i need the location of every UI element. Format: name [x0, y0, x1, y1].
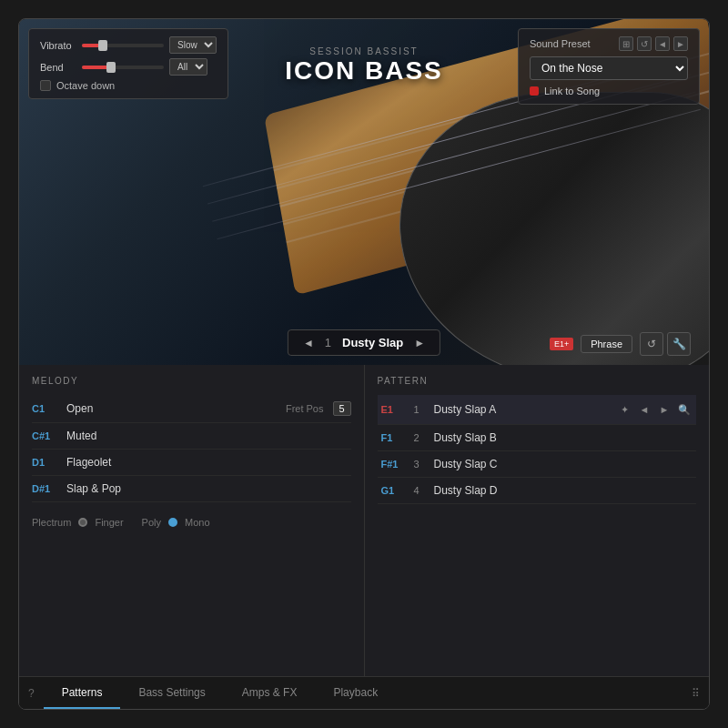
pattern-note-2: F#1	[381, 459, 407, 470]
vibrato-label: Vibrato	[40, 40, 76, 51]
pattern-move-icon[interactable]: ✦	[616, 401, 632, 418]
pattern-name-2: Dusty Slap C	[434, 458, 693, 470]
pattern-item-0[interactable]: E1 1 Dusty Slap A ✦ ◄ ► 🔍	[378, 395, 697, 425]
octave-row: Octave down	[40, 80, 217, 91]
pattern-panel-title: PATTERN	[378, 376, 697, 386]
preset-prev-icon[interactable]: ◄	[655, 36, 670, 51]
app-container: Vibrato Slow Bend A	[18, 18, 710, 710]
pattern-note-3: G1	[381, 485, 407, 496]
melody-name-3: Slap & Pop	[66, 482, 351, 495]
nav-track-name: Dusty Slap	[342, 336, 403, 349]
melody-note-1: C#1	[32, 430, 57, 441]
vibrato-speed-dropdown[interactable]: Slow	[169, 36, 217, 54]
fret-pos-label: Fret Pos	[286, 403, 324, 414]
bend-label: Bend	[40, 62, 76, 73]
panels-row: MELODY C1 Open Fret Pos 5 C#1 Muted D1 F…	[19, 365, 709, 676]
tab-playback[interactable]: Playback	[315, 677, 396, 709]
sound-preset-label: Sound Preset	[530, 38, 591, 49]
preset-refresh-icon[interactable]: ↺	[637, 36, 652, 51]
preset-save-icon[interactable]: ⊞	[619, 36, 633, 51]
melody-item-0: C1 Open Fret Pos 5	[32, 395, 351, 423]
link-to-song-label: Link to Song	[544, 86, 600, 96]
pattern-num-3: 4	[414, 485, 427, 496]
right-controls-panel: Sound Preset ⊞ ↺ ◄ ► On the Nose Link to…	[518, 28, 700, 105]
link-to-song-indicator	[530, 86, 539, 96]
finger-label: Finger	[95, 517, 123, 528]
help-icon[interactable]: ?	[28, 687, 35, 700]
phrase-mode-icons: ↺ 🔧	[640, 332, 691, 356]
phrase-button[interactable]: Phrase	[581, 335, 632, 353]
nav-track-number: 1	[325, 336, 331, 349]
mono-label: Mono	[185, 517, 210, 528]
pattern-search-icon[interactable]: 🔍	[676, 401, 693, 418]
pattern-item-0-icons: ✦ ◄ ► 🔍	[616, 401, 693, 418]
preset-next-icon[interactable]: ►	[673, 36, 688, 51]
bend-slider-thumb	[106, 62, 116, 73]
octave-down-checkbox[interactable]	[40, 80, 51, 91]
pattern-next-icon[interactable]: ►	[656, 401, 672, 418]
nav-right-controls: E1+ Phrase ↺ 🔧	[550, 332, 691, 356]
pattern-prev-icon[interactable]: ◄	[636, 401, 652, 418]
nav-next-arrow[interactable]: ►	[414, 337, 425, 349]
octave-label: Octave down	[56, 80, 115, 91]
top-controls: Vibrato Slow Bend A	[28, 28, 700, 105]
melody-footer: Plectrum Finger Poly Mono	[32, 511, 351, 528]
melody-item-1: C#1 Muted	[32, 423, 351, 450]
plectrum-radio[interactable]	[78, 518, 87, 527]
link-to-song-row: Link to Song	[530, 86, 688, 96]
pattern-item-1[interactable]: F1 2 Dusty Slap B	[378, 425, 697, 451]
vibrato-slider-track[interactable]	[82, 44, 164, 47]
pattern-name-3: Dusty Slap D	[434, 484, 693, 497]
melody-name-0: Open	[66, 402, 277, 415]
pattern-note-0: E1	[381, 404, 407, 415]
tabs-bar: ? Patterns Bass Settings Amps & FX Playb…	[19, 676, 709, 709]
preset-name-dropdown[interactable]: On the Nose	[530, 56, 688, 80]
bend-row: Bend All	[40, 58, 217, 76]
bend-slider-track[interactable]	[82, 66, 164, 69]
bend-mode-dropdown[interactable]: All	[169, 58, 207, 76]
wrench-btn[interactable]: 🔧	[667, 332, 691, 356]
pattern-name-0: Dusty Slap A	[434, 403, 610, 416]
melody-note-0: C1	[32, 403, 57, 414]
bottom-panel: MELODY C1 Open Fret Pos 5 C#1 Muted D1 F…	[19, 365, 709, 709]
melody-note-3: D#1	[32, 483, 57, 494]
nav-prev-arrow[interactable]: ◄	[303, 337, 314, 349]
e1-badge: E1+	[550, 338, 573, 350]
fret-value-0[interactable]: 5	[333, 401, 351, 416]
track-nav-bar: ◄ 1 Dusty Slap ►	[288, 329, 440, 356]
app-title: ICON BASS	[285, 56, 443, 86]
preset-icons: ⊞ ↺ ◄ ►	[619, 36, 688, 51]
center-title: SESSION BASSIST ICON BASS	[285, 46, 443, 86]
melody-item-3: D#1 Slap & Pop	[32, 476, 351, 502]
melody-panel-title: MELODY	[32, 376, 351, 386]
pattern-panel: PATTERN E1 1 Dusty Slap A ✦ ◄ ► 🔍 F1 2 D…	[365, 365, 710, 676]
melody-panel: MELODY C1 Open Fret Pos 5 C#1 Muted D1 F…	[19, 365, 365, 676]
melody-name-2: Flageolet	[66, 456, 351, 469]
pattern-note-1: F1	[381, 432, 407, 443]
vibrato-slider-thumb	[98, 40, 107, 51]
mode-icon-btn[interactable]: ↺	[640, 332, 663, 356]
tab-amps-fx[interactable]: Amps & FX	[224, 677, 316, 709]
mixer-icon[interactable]: ⠿	[692, 687, 700, 700]
tab-patterns[interactable]: Patterns	[44, 677, 121, 709]
left-controls-panel: Vibrato Slow Bend A	[28, 28, 228, 99]
melody-item-2: D1 Flageolet	[32, 450, 351, 476]
hero-area: Vibrato Slow Bend A	[19, 19, 709, 365]
melody-name-1: Muted	[66, 430, 351, 442]
pattern-num-2: 3	[414, 459, 427, 470]
pattern-num-0: 1	[414, 404, 427, 415]
poly-label: Poly	[142, 517, 161, 528]
vibrato-row: Vibrato Slow	[40, 36, 217, 54]
pattern-item-3[interactable]: G1 4 Dusty Slap D	[378, 478, 697, 504]
pattern-item-2[interactable]: F#1 3 Dusty Slap C	[378, 451, 697, 478]
melody-note-2: D1	[32, 457, 57, 468]
mono-radio[interactable]	[168, 518, 177, 527]
tab-bass-settings[interactable]: Bass Settings	[120, 677, 223, 709]
pattern-num-1: 2	[414, 432, 427, 443]
preset-header: Sound Preset ⊞ ↺ ◄ ►	[530, 36, 688, 51]
plectrum-label: Plectrum	[32, 517, 71, 528]
session-bassist-label: SESSION BASSIST	[285, 46, 443, 56]
pattern-name-1: Dusty Slap B	[434, 431, 693, 444]
